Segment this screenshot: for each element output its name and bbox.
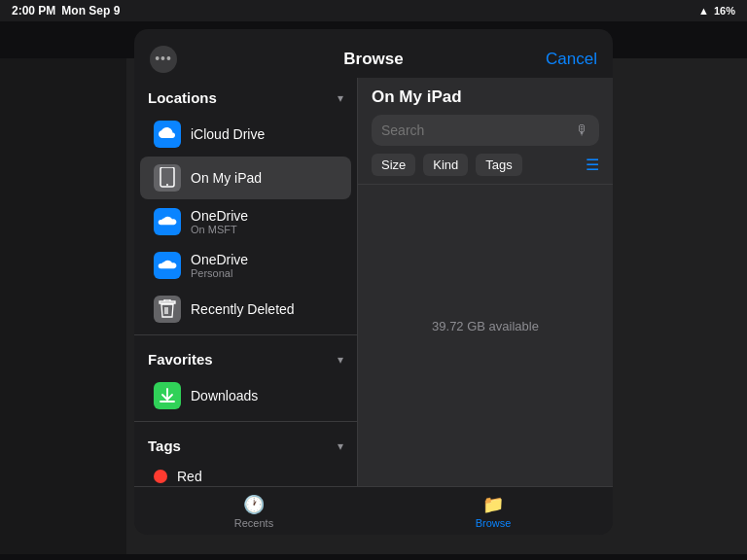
recently-deleted-icon: [154, 296, 181, 323]
list-view-icon[interactable]: ☰: [586, 156, 599, 174]
modal-title: Browse: [343, 50, 403, 69]
onedrive-personal-icon: [154, 252, 181, 279]
modal-header: ••• Browse Cancel: [134, 29, 613, 78]
favorites-chevron[interactable]: ▾: [338, 353, 343, 367]
tab-browse[interactable]: 📁 Browse: [374, 494, 613, 529]
status-left: 2:00 PM Mon Sep 9: [12, 4, 120, 18]
mic-icon[interactable]: 🎙: [576, 122, 589, 138]
tab-bar: 🕐 Recents 📁 Browse: [134, 486, 613, 535]
favorites-title: Favorites: [148, 351, 213, 368]
content-title: On My iPad: [372, 88, 462, 107]
tags-title: Tags: [148, 438, 181, 454]
section-favorites: Favorites ▾: [134, 339, 357, 373]
onedrive-msft-text: OneDrive On MSFT: [191, 208, 248, 235]
content-header: On My iPad 🎙 Size Kind Tags ☰: [358, 78, 613, 185]
sidebar-item-downloads[interactable]: Downloads: [140, 374, 351, 417]
content-title-row: On My iPad: [372, 88, 599, 107]
content-body: 39.72 GB available: [358, 185, 613, 486]
onedrive-personal-name: OneDrive: [191, 252, 248, 267]
sidebar-item-recently-deleted[interactable]: Recently Deleted: [140, 288, 351, 331]
sidebar-item-red[interactable]: Red: [140, 461, 351, 486]
sidebar-item-ipad[interactable]: On My iPad: [140, 157, 351, 199]
status-right: ▲ 16%: [698, 5, 735, 17]
tags-chevron[interactable]: ▾: [338, 439, 343, 453]
onedrive-personal-text: OneDrive Personal: [191, 252, 248, 279]
recents-icon: 🕐: [243, 494, 265, 515]
dots-label: •••: [155, 51, 172, 66]
time: 2:00 PM: [12, 4, 55, 18]
onedrive-msft-icon: [154, 208, 181, 235]
ipad-name: On My iPad: [191, 170, 262, 186]
divider-2: [134, 421, 357, 422]
recently-deleted-name: Recently Deleted: [191, 301, 295, 317]
downloads-icon: [154, 382, 181, 409]
icloud-text: iCloud Drive: [191, 126, 265, 142]
filter-row: Size Kind Tags ☰: [372, 154, 599, 176]
modal-dots-button[interactable]: •••: [150, 46, 177, 73]
red-label: Red: [177, 469, 202, 484]
cancel-button[interactable]: Cancel: [546, 50, 597, 69]
date: Mon Sep 9: [61, 4, 120, 18]
onedrive-personal-sub: Personal: [191, 267, 248, 279]
battery-text: 16%: [714, 5, 735, 17]
divider-1: [134, 334, 357, 335]
sidebar-item-icloud[interactable]: iCloud Drive: [140, 113, 351, 156]
ipad-text: On My iPad: [191, 170, 262, 186]
sidebar-item-onedrive-msft[interactable]: OneDrive On MSFT: [140, 200, 351, 243]
filter-pills: Size Kind Tags: [372, 154, 522, 176]
downloads-text: Downloads: [191, 388, 258, 403]
ipad-icon: [154, 164, 181, 192]
search-input[interactable]: [381, 122, 570, 138]
status-bar: 2:00 PM Mon Sep 9 ▲ 16%: [0, 0, 747, 21]
icloud-icon: [154, 121, 181, 148]
filter-size[interactable]: Size: [372, 154, 415, 176]
search-bar[interactable]: 🎙: [372, 115, 599, 146]
onedrive-msft-name: OneDrive: [191, 208, 248, 224]
storage-label: 39.72 GB available: [432, 319, 539, 333]
section-locations: Locations ▾: [134, 78, 357, 112]
downloads-name: Downloads: [191, 388, 258, 403]
recents-label: Recents: [234, 517, 273, 529]
modal: ••• Browse Cancel Locations ▾ iCloud Dri…: [134, 29, 613, 535]
tab-recents[interactable]: 🕐 Recents: [134, 494, 374, 529]
sidebar-item-onedrive-personal[interactable]: OneDrive Personal: [140, 244, 351, 287]
wifi-icon: ▲: [698, 5, 709, 17]
section-tags: Tags ▾: [134, 426, 357, 460]
filter-tags[interactable]: Tags: [476, 154, 521, 176]
svg-point-1: [166, 184, 168, 186]
recently-deleted-text: Recently Deleted: [191, 301, 295, 317]
browse-icon: 📁: [482, 494, 504, 515]
modal-body: Locations ▾ iCloud Drive: [134, 78, 613, 486]
red-dot: [154, 470, 167, 483]
content-area: On My iPad 🎙 Size Kind Tags ☰ 39.72 GB a…: [358, 78, 613, 486]
locations-chevron[interactable]: ▾: [338, 91, 343, 105]
filter-kind[interactable]: Kind: [423, 154, 468, 176]
locations-title: Locations: [148, 89, 217, 106]
onedrive-msft-sub: On MSFT: [191, 224, 248, 235]
sidebar: Locations ▾ iCloud Drive: [134, 78, 358, 486]
icloud-name: iCloud Drive: [191, 126, 265, 142]
browse-label: Browse: [476, 517, 512, 529]
